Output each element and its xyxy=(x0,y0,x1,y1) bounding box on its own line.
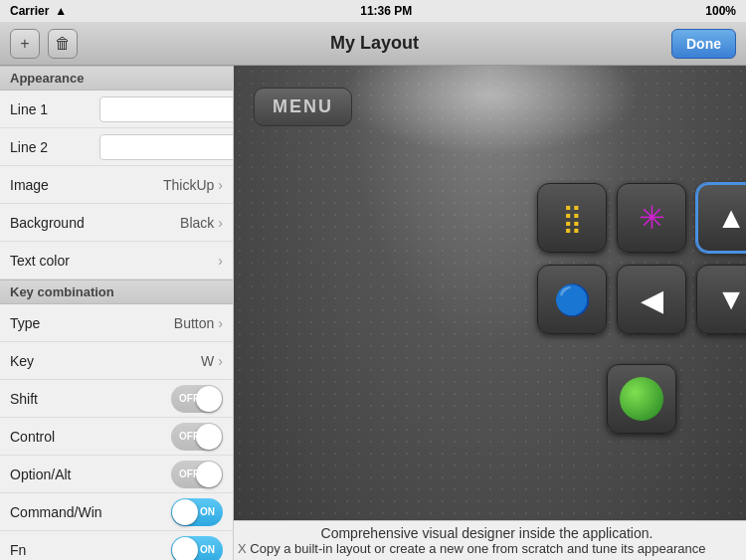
shift-toggle-thumb xyxy=(196,386,222,412)
option-alt-row: Option/Alt OFF xyxy=(0,456,233,493)
down-arrow-button[interactable]: ▼ xyxy=(696,265,746,334)
shift-toggle-label: OFF xyxy=(179,393,199,404)
bottom-info-bar: Comprehensive visual designer inside the… xyxy=(234,520,746,560)
title-bar: + 🗑 My Layout Done xyxy=(0,22,746,66)
key-combination-section-header: Key combination xyxy=(0,280,233,304)
time-label: 11:36 PM xyxy=(360,4,412,18)
type-row[interactable]: Type Button › xyxy=(0,304,233,342)
image-row[interactable]: Image ThickUp › xyxy=(0,166,233,204)
canvas-panel: MENU ⣿ ✳ ▲ ⛓ 🔧 🔵 ◀ ▼ xyxy=(234,66,746,560)
line2-input[interactable] xyxy=(99,134,234,160)
done-button[interactable]: Done xyxy=(671,29,736,59)
command-win-toggle-thumb xyxy=(172,499,198,525)
line1-input[interactable] xyxy=(99,96,234,122)
x-prefix-label: X xyxy=(238,541,247,556)
add-icon: + xyxy=(20,35,29,53)
text-color-row[interactable]: Text color › xyxy=(0,242,233,280)
image-value: ThickUp › xyxy=(99,177,223,193)
option-alt-toggle-container: OFF xyxy=(99,461,223,488)
status-left: Carrier ▲ xyxy=(10,4,67,18)
bottom-line2: X Copy a built-in layout or create a new… xyxy=(238,541,736,556)
connector-button[interactable]: ⣿ xyxy=(537,183,607,253)
shift-toggle-container: OFF xyxy=(99,385,223,413)
line2-label: Line 2 xyxy=(10,139,99,155)
option-alt-toggle-thumb xyxy=(196,462,222,487)
carrier-label: Carrier xyxy=(10,4,49,18)
control-toggle-label: OFF xyxy=(179,431,199,442)
wifi-icon: ▲ xyxy=(55,4,67,18)
left-panel: Appearance Line 1 Line 2 Image ThickUp ›… xyxy=(0,66,234,560)
image-chevron-icon: › xyxy=(218,177,223,193)
control-row: Control OFF xyxy=(0,418,233,456)
fn-toggle-container: ON xyxy=(99,536,223,561)
status-bar: Carrier ▲ 11:36 PM 100% xyxy=(0,0,746,22)
background-row[interactable]: Background Black › xyxy=(0,204,233,242)
left-arrow-icon: ◀ xyxy=(641,282,663,317)
trash-icon: 🗑 xyxy=(55,35,71,53)
add-button[interactable]: + xyxy=(10,29,40,59)
down-arrow-icon: ▼ xyxy=(716,282,746,316)
line1-label: Line 1 xyxy=(10,101,99,117)
status-right: 100% xyxy=(705,4,736,18)
command-win-toggle[interactable]: ON xyxy=(171,498,223,526)
option-alt-toggle[interactable]: OFF xyxy=(171,461,223,488)
up-arrow-icon: ▲ xyxy=(716,201,746,235)
key-label: Key xyxy=(10,353,99,369)
text-color-chevron-icon: › xyxy=(218,253,223,269)
shift-toggle[interactable]: OFF xyxy=(171,385,223,413)
layout-title: My Layout xyxy=(86,33,663,54)
spotlight-effect xyxy=(341,66,640,155)
fn-toggle-thumb xyxy=(172,537,198,561)
key-row[interactable]: Key W › xyxy=(0,342,233,380)
command-win-toggle-container: ON xyxy=(99,498,223,526)
control-toggle[interactable]: OFF xyxy=(171,423,223,451)
background-label: Background xyxy=(10,215,99,231)
splat-icon: ✳ xyxy=(639,199,665,237)
splat-button[interactable]: ✳ xyxy=(617,183,686,253)
shift-row: Shift OFF xyxy=(0,380,233,418)
line1-row: Line 1 xyxy=(0,91,233,128)
type-chevron-icon: › xyxy=(218,315,223,331)
bottom-line1: Comprehensive visual designer inside the… xyxy=(238,525,736,541)
line2-row: Line 2 xyxy=(0,128,233,166)
appearance-section-header: Appearance xyxy=(0,66,233,91)
command-win-toggle-label: ON xyxy=(200,506,215,517)
command-win-label: Command/Win xyxy=(10,504,99,520)
orb-button[interactable] xyxy=(607,364,676,434)
key-value: W › xyxy=(99,353,223,369)
control-toggle-thumb xyxy=(196,424,222,450)
type-label: Type xyxy=(10,315,99,331)
fn-label: Fn xyxy=(10,542,99,558)
text-color-label: Text color xyxy=(10,253,99,269)
left-arrow-button[interactable]: ◀ xyxy=(617,265,686,334)
fn-row: Fn ON xyxy=(0,531,233,560)
main-content: Appearance Line 1 Line 2 Image ThickUp ›… xyxy=(0,66,746,560)
fn-toggle-label: ON xyxy=(200,544,215,555)
key-chevron-icon: › xyxy=(218,353,223,369)
option-alt-label: Option/Alt xyxy=(10,467,99,482)
battery-label: 100% xyxy=(705,4,736,18)
shift-label: Shift xyxy=(10,391,99,407)
text-color-value: › xyxy=(99,253,223,269)
image-label: Image xyxy=(10,177,99,193)
type-value: Button › xyxy=(99,315,223,331)
orb-icon xyxy=(620,377,663,421)
connector-icon: ⣿ xyxy=(562,202,583,235)
control-toggle-container: OFF xyxy=(99,423,223,451)
option-alt-toggle-label: OFF xyxy=(179,468,199,479)
fn-toggle[interactable]: ON xyxy=(171,536,223,561)
menu-button[interactable]: MENU xyxy=(254,88,352,126)
background-value: Black › xyxy=(99,215,223,231)
badge-button[interactable]: 🔵 xyxy=(537,265,607,334)
command-win-row: Command/Win ON xyxy=(0,493,233,531)
badge-icon: 🔵 xyxy=(554,282,591,317)
bottom-line2-text: Copy a built-in layout or create a new o… xyxy=(250,541,705,556)
control-label: Control xyxy=(10,429,99,445)
up-arrow-button[interactable]: ▲ xyxy=(696,183,746,253)
background-chevron-icon: › xyxy=(218,215,223,231)
delete-button[interactable]: 🗑 xyxy=(48,29,78,59)
